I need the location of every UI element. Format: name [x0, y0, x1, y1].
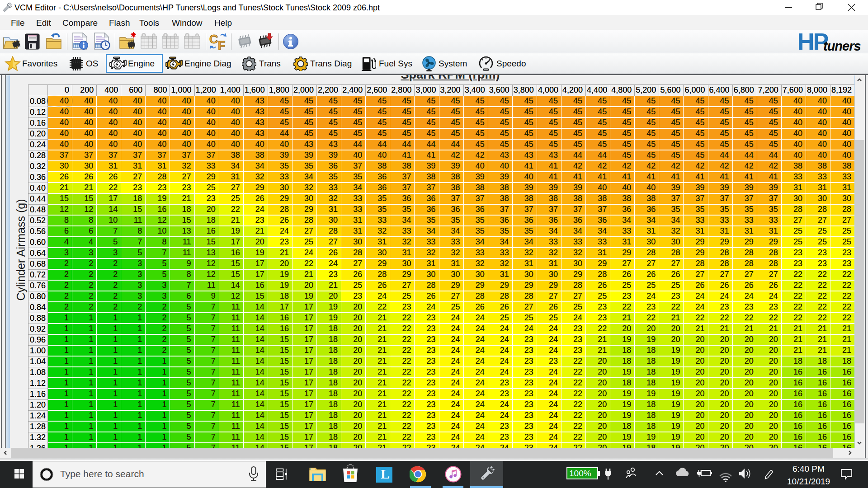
svg-text:F: F — [218, 39, 226, 51]
svg-text:C: C — [209, 33, 218, 46]
